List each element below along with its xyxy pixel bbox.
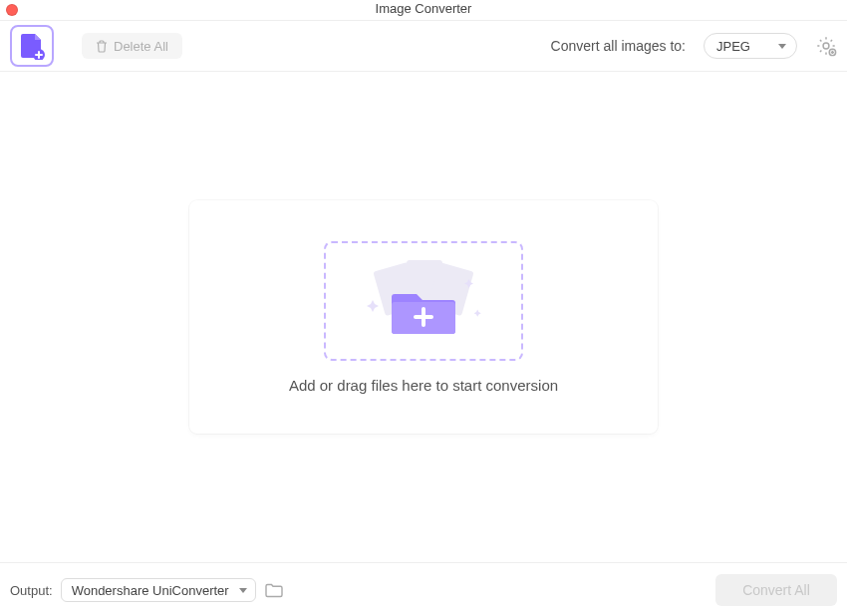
- close-window-button[interactable]: [6, 4, 18, 16]
- dropzone-frame: [324, 241, 523, 361]
- output-format-value: JPEG: [716, 39, 750, 54]
- convert-all-button[interactable]: Convert All: [715, 574, 837, 606]
- convert-all-label: Convert All: [742, 582, 810, 598]
- dropzone[interactable]: Add or drag files here to start conversi…: [189, 200, 658, 434]
- delete-all-button[interactable]: Delete All: [82, 33, 182, 59]
- output-label: Output:: [10, 583, 53, 598]
- dropzone-hint: Add or drag files here to start conversi…: [289, 377, 558, 394]
- toolbar: Delete All Convert all images to: JPEG: [0, 21, 847, 71]
- trash-icon: [96, 40, 108, 53]
- settings-icon[interactable]: [815, 35, 837, 57]
- folder-plus-icon: [359, 256, 488, 346]
- output-path-value: Wondershare UniConverter: [72, 583, 229, 598]
- window-title: Image Converter: [376, 1, 472, 16]
- footer: Output: Wondershare UniConverter Convert…: [0, 562, 847, 616]
- add-file-icon: [19, 32, 45, 60]
- open-folder-icon[interactable]: [264, 580, 284, 600]
- add-files-button[interactable]: [10, 25, 54, 67]
- output-path-select[interactable]: Wondershare UniConverter: [61, 578, 256, 602]
- convert-to-label: Convert all images to:: [551, 38, 686, 54]
- titlebar: Image Converter: [0, 0, 847, 20]
- delete-all-label: Delete All: [114, 39, 168, 54]
- output-format-select[interactable]: JPEG: [704, 33, 797, 59]
- main-area: Add or drag files here to start conversi…: [0, 72, 847, 562]
- svg-point-1: [823, 43, 829, 49]
